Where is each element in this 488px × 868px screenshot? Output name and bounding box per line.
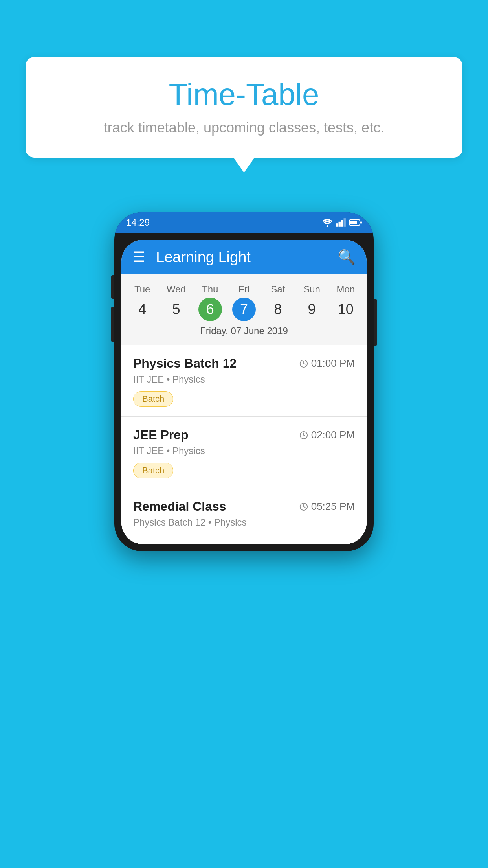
calendar-strip: Tue Wed Thu Fri Sat Sun Mon 4 5 6 7 8 9 … [121, 274, 367, 345]
speech-bubble-card: Time-Table track timetable, upcoming cla… [26, 57, 462, 158]
schedule-item-2-title: JEE Prep [133, 428, 189, 442]
svg-rect-6 [350, 221, 357, 224]
svg-rect-2 [339, 222, 341, 227]
day-header-sat: Sat [261, 281, 295, 297]
speech-bubble-section: Time-Table track timetable, upcoming cla… [26, 57, 462, 158]
schedule-item-1-title: Physics Batch 12 [133, 356, 237, 371]
power-button [374, 299, 377, 346]
app-bar-title: Learning Light [156, 249, 338, 266]
phone-mockup: 14:29 [114, 212, 374, 551]
schedule-item-2-time: 02:00 PM [299, 429, 355, 441]
schedule-item-1-badge: Batch [133, 391, 173, 407]
search-button[interactable]: 🔍 [338, 249, 356, 265]
app-bar: ☰ Learning Light 🔍 [121, 240, 367, 274]
signal-icon [336, 218, 346, 227]
volume-up-button [111, 275, 114, 299]
schedule-list: Physics Batch 12 01:00 PM IIT JEE • Phys… [121, 345, 367, 544]
schedule-item-2-header: JEE Prep 02:00 PM [133, 428, 355, 442]
schedule-item-3-header: Remedial Class 05:25 PM [133, 499, 355, 514]
schedule-item-3-title: Remedial Class [133, 499, 226, 514]
speech-bubble-subtitle: track timetable, upcoming classes, tests… [49, 120, 439, 136]
day-6-today[interactable]: 6 [198, 298, 222, 321]
schedule-item-3-subtitle: Physics Batch 12 • Physics [133, 517, 355, 528]
day-9[interactable]: 9 [295, 297, 328, 322]
schedule-item-1-time: 01:00 PM [299, 357, 355, 370]
day-header-fri: Fri [227, 281, 261, 297]
clock-icon-2 [299, 431, 308, 440]
clock-icon-1 [299, 359, 308, 368]
svg-rect-3 [341, 220, 343, 227]
day-4[interactable]: 4 [125, 297, 159, 322]
day-header-wed: Wed [159, 281, 193, 297]
clock-icon-3 [299, 502, 308, 511]
day-numbers: 4 5 6 7 8 9 10 [121, 297, 367, 322]
wifi-icon [322, 218, 333, 227]
schedule-item-2-badge: Batch [133, 463, 173, 478]
schedule-item-1-header: Physics Batch 12 01:00 PM [133, 356, 355, 371]
day-8[interactable]: 8 [261, 297, 295, 322]
day-header-mon: Mon [329, 281, 363, 297]
day-5[interactable]: 5 [159, 297, 193, 322]
phone-body: 14:29 [114, 212, 374, 551]
volume-down-button [111, 307, 114, 342]
schedule-item-1-subtitle: IIT JEE • Physics [133, 374, 355, 385]
schedule-item-remedial[interactable]: Remedial Class 05:25 PM Physics Batch 12… [121, 488, 367, 544]
svg-rect-1 [336, 223, 338, 227]
day-10[interactable]: 10 [329, 297, 363, 322]
day-header-sun: Sun [295, 281, 328, 297]
schedule-item-jee-prep[interactable]: JEE Prep 02:00 PM IIT JEE • Physics Batc… [121, 417, 367, 488]
status-bar: 14:29 [114, 212, 374, 233]
day-header-thu: Thu [193, 281, 227, 297]
status-icons [322, 218, 362, 227]
speech-bubble-title: Time-Table [49, 77, 439, 112]
battery-icon [349, 219, 362, 226]
svg-rect-7 [360, 221, 362, 224]
phone-screen: ☰ Learning Light 🔍 Tue Wed Thu Fri Sat S… [121, 240, 367, 544]
day-header-tue: Tue [125, 281, 159, 297]
schedule-item-2-subtitle: IIT JEE • Physics [133, 445, 355, 456]
status-time: 14:29 [126, 217, 150, 228]
svg-point-0 [327, 225, 328, 227]
day-headers: Tue Wed Thu Fri Sat Sun Mon [121, 281, 367, 297]
day-7-selected[interactable]: 7 [232, 298, 256, 321]
selected-date-label: Friday, 07 June 2019 [121, 322, 367, 342]
hamburger-menu-button[interactable]: ☰ [132, 249, 145, 265]
schedule-item-physics-batch[interactable]: Physics Batch 12 01:00 PM IIT JEE • Phys… [121, 345, 367, 417]
schedule-item-3-time: 05:25 PM [299, 500, 355, 513]
svg-rect-4 [344, 218, 346, 227]
